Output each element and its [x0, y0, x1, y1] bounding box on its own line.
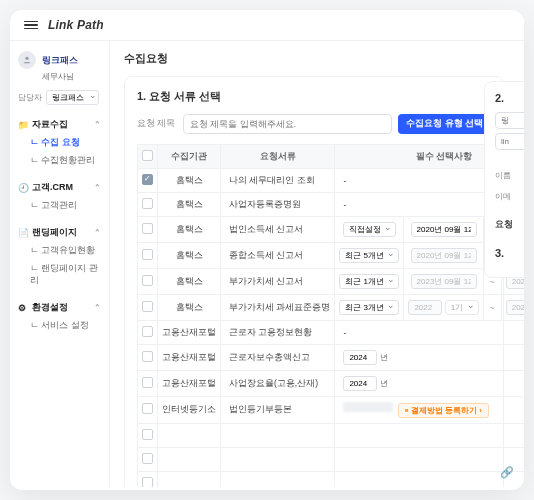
nav-group-0[interactable]: 📁자료수집⌃ [18, 115, 101, 134]
row-checkbox[interactable] [142, 223, 153, 234]
nav-group-2[interactable]: 📄랜딩페이지⌃ [18, 223, 101, 242]
date-input[interactable] [411, 274, 477, 289]
col-org: 수집기관 [158, 145, 221, 169]
opts-cell: 최근 5개년 [335, 243, 404, 269]
folder-icon: 📁 [18, 120, 28, 130]
row-checkbox[interactable] [142, 429, 153, 440]
card2-section-req: 요청 [495, 218, 524, 231]
chevron-up-icon: ⌃ [94, 228, 101, 237]
nav-item-3-0[interactable]: ㄴ 서비스 설정 [18, 317, 101, 335]
opts-cell: 최근 3개년 [335, 295, 404, 321]
role-select[interactable]: 링크패스 [46, 90, 99, 105]
nav-item-0-0[interactable]: ㄴ 수집 요청 [18, 134, 101, 152]
opts-cell: - [335, 321, 524, 345]
doc-cell: 부가가치세 신고서 [221, 269, 335, 295]
doc-cell: 사업장요율(고용,산재) [221, 371, 335, 397]
table-row: 홈택스 사업자등록증명원 - [138, 193, 525, 217]
nav-item-2-1[interactable]: ㄴ 랜딩페이지 관리 [18, 260, 101, 290]
row-checkbox[interactable] [142, 275, 153, 286]
nav-group-label: 환경설정 [32, 301, 68, 314]
row-checkbox[interactable] [142, 477, 153, 488]
doc-cell: 근로자보수총액신고 [221, 345, 335, 371]
opts-cell [404, 269, 483, 295]
sidebar: 링크패스 세무사님 담당자 링크패스 📁자료수집⌃ㄴ 수집 요청ㄴ 수집현황관리… [10, 41, 110, 487]
chevron-up-icon: ⌃ [94, 303, 101, 312]
nav-item-2-0[interactable]: ㄴ 고객유입현황 [18, 242, 101, 260]
nav-group-1[interactable]: 🕘고객.CRM⌃ [18, 178, 101, 197]
card2-title: 2. [495, 92, 524, 104]
doc-cell: 사업자등록증명원 [221, 193, 335, 217]
doc-cell: 법인소득세 신고서 [221, 217, 335, 243]
opts-cell: 직접설정 [335, 217, 404, 243]
opts-cell [404, 217, 483, 243]
org-cell: 홈택스 [158, 169, 221, 193]
table-row [138, 423, 525, 447]
doc-cell: 근로자 고용정보현황 [221, 321, 335, 345]
period-select[interactable]: 1기 [445, 300, 479, 315]
gear-icon: ⚙ [18, 303, 28, 313]
table-row: 홈택스 부가가치세 신고서 최근 1개년 ~ [138, 269, 525, 295]
org-cell: 홈택스 [158, 243, 221, 269]
org-cell: 고용산재포털 [158, 321, 221, 345]
request-title-input[interactable] [183, 114, 392, 134]
org-cell: 고용산재포털 [158, 371, 221, 397]
nav-item-0-1[interactable]: ㄴ 수집현황관리 [18, 152, 101, 170]
card-step2: 2. 이름 이메 요청 3. [484, 81, 524, 278]
row-checkbox[interactable] [142, 198, 153, 209]
date-input[interactable] [411, 222, 477, 237]
nav-item-1-0[interactable]: ㄴ 고객관리 [18, 197, 101, 215]
row-checkbox[interactable] [142, 174, 153, 185]
date-input[interactable] [408, 300, 442, 315]
opts-cell: 년 [335, 371, 524, 397]
card2-input-2[interactable] [495, 133, 524, 150]
doc-cell: 부가가치세 과세표준증명 [221, 295, 335, 321]
role-label: 담당자 [18, 92, 42, 103]
table-row: 고용산재포털 근로자 고용정보현황 - [138, 321, 525, 345]
date-input[interactable] [411, 248, 477, 263]
row-checkbox[interactable] [142, 249, 153, 260]
check-cell [138, 295, 158, 321]
nav-group-3[interactable]: ⚙환경설정⌃ [18, 298, 101, 317]
request-type-button[interactable]: 수집요청 유형 선택 [398, 114, 491, 134]
row-checkbox[interactable] [142, 377, 153, 388]
menu-icon[interactable] [24, 18, 38, 32]
table-row: 고용산재포털 근로자보수총액신고 년 [138, 345, 525, 371]
check-cell [138, 345, 158, 371]
row-checkbox[interactable] [142, 453, 153, 464]
table-row: 홈택스 종합소득세 신고서 최근 5개년 ~ [138, 243, 525, 269]
table-row: 인터넷등기소 법인등기부등본 결제방법 등록하기 › [138, 397, 525, 424]
table-row: 홈택스 부가가치세 과세표준증명 최근 3개년 1기 ~ [138, 295, 525, 321]
date-input[interactable] [506, 300, 524, 315]
period-select[interactable]: 최근 3개년 [339, 300, 399, 315]
card2-input-1[interactable] [495, 112, 524, 129]
link-icon[interactable]: 🔗 [500, 466, 514, 479]
card3-title: 3. [495, 247, 524, 259]
row-checkbox[interactable] [142, 301, 153, 312]
register-payment-button[interactable]: 결제방법 등록하기 › [398, 403, 489, 418]
main: 수집요청 1. 요청 서류 선택 요청 제목 수집요청 유형 선택 수집기관 요… [110, 41, 524, 487]
card2-label-email: 이메 [495, 191, 524, 202]
date-input[interactable] [343, 376, 377, 391]
card2-label-name: 이름 [495, 170, 524, 181]
check-cell [138, 193, 158, 217]
row-checkbox[interactable] [142, 403, 153, 414]
table-row: 홈택스 나의 세무대리인 조회 - [138, 169, 525, 193]
period-select[interactable]: 직접설정 [343, 222, 396, 237]
period-select[interactable]: 최근 1개년 [339, 274, 399, 289]
nav-group-label: 고객.CRM [32, 181, 73, 194]
check-all[interactable] [142, 150, 153, 161]
check-cell [138, 169, 158, 193]
date-input[interactable] [343, 350, 377, 365]
row-checkbox[interactable] [142, 326, 153, 337]
check-cell [138, 397, 158, 424]
doc-cell: 나의 세무대리인 조회 [221, 169, 335, 193]
card-title: 1. 요청 서류 선택 [137, 89, 491, 104]
page-title: 수집요청 [124, 51, 524, 66]
period-select[interactable]: 최근 5개년 [339, 248, 399, 263]
doc-icon: 📄 [18, 228, 28, 238]
opts-cell: 최근 1개년 [335, 269, 404, 295]
org-cell: 고용산재포털 [158, 345, 221, 371]
svg-point-0 [25, 57, 28, 60]
nav-group-label: 랜딩페이지 [32, 226, 77, 239]
row-checkbox[interactable] [142, 351, 153, 362]
